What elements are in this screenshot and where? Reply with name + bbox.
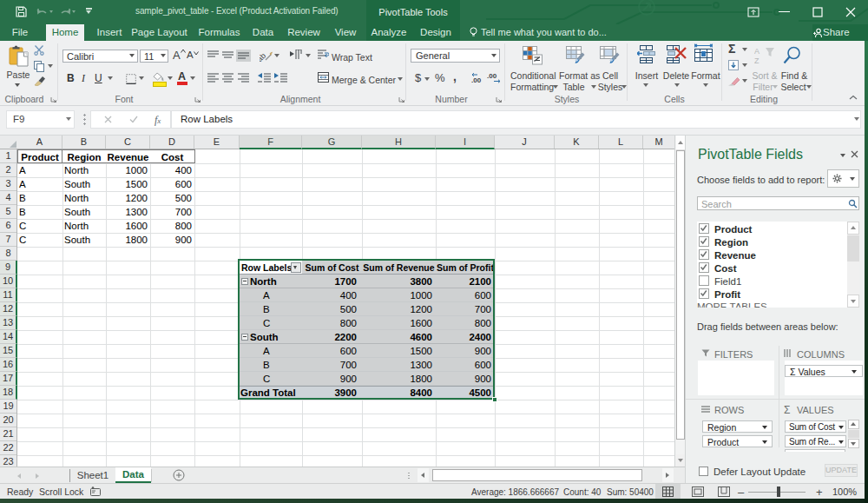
svg-text:ab: ab xyxy=(260,51,267,62)
svg-text:.00: .00 xyxy=(471,76,482,83)
svg-text:A: A xyxy=(754,47,760,56)
svg-text:.00: .00 xyxy=(487,72,497,80)
svg-text:Z: Z xyxy=(754,56,760,65)
